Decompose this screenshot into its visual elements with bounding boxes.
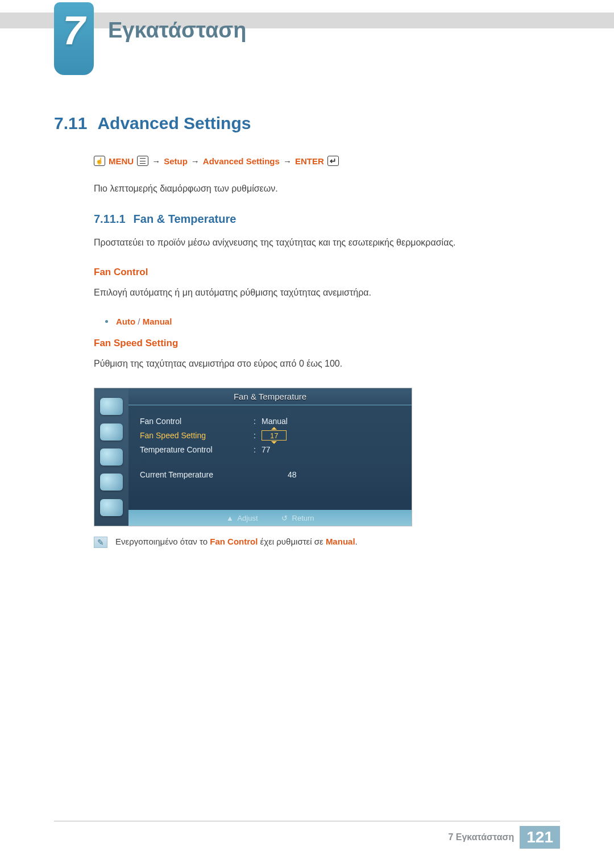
osd-label-fan-speed: Fan Speed Setting	[140, 431, 254, 440]
fan-control-desc: Επιλογή αυτόματης ή μη αυτόματης ρύθμιση…	[94, 286, 560, 300]
osd-side-icon-3	[100, 448, 123, 466]
note-pre: Ενεργοποιημένο όταν το	[115, 537, 210, 546]
option-sep: /	[138, 317, 140, 326]
osd-row-fan-control: Fan Control : Manual	[140, 414, 400, 428]
option-manual: Manual	[143, 317, 172, 326]
osd-side-icon-4	[100, 474, 123, 491]
return-icon: ↺	[281, 514, 289, 522]
nav-arrow-1: →	[152, 156, 160, 166]
fan-temp-desc: Προστατεύει το προϊόν μέσω ανίχνευσης τη…	[94, 236, 560, 250]
fan-speed-desc: Ρύθμιση της ταχύτητας ανεμιστήρα στο εύρ…	[94, 357, 560, 371]
content: 7.11Advanced Settings ☝ MENU → Setup → A…	[54, 114, 560, 548]
nav-menu: MENU	[109, 156, 134, 166]
osd-main: Fan & Temperature Fan Control : Manual F…	[128, 388, 412, 526]
section-title: Advanced Settings	[97, 114, 251, 132]
chapter-title: Εγκατάσταση	[108, 18, 247, 43]
fan-speed-heading: Fan Speed Setting	[94, 338, 560, 349]
osd-return-hint: ↺ Return	[281, 514, 314, 522]
chapter-number: 7	[63, 8, 85, 53]
osd-adjust-label: Adjust	[237, 514, 258, 522]
colon: :	[254, 417, 262, 426]
fan-control-options: Auto / Manual	[105, 317, 560, 326]
osd-value-temp-control: 77	[262, 445, 271, 454]
chapter-tab: 7	[54, 2, 94, 75]
nav-adv: Advanced Settings	[203, 156, 280, 166]
osd-sidebar	[94, 388, 128, 526]
osd-rows: Fan Control : Manual Fan Speed Setting :…	[128, 405, 412, 456]
footer-chapter-label: 7 Εγκατάσταση	[448, 832, 514, 842]
osd-label-current-temp: Current Temperature	[140, 470, 288, 479]
osd-label-fan-control: Fan Control	[140, 417, 254, 426]
fan-control-heading: Fan Control	[94, 267, 560, 278]
osd-side-icon-5	[100, 499, 123, 516]
note-manual: Manual	[326, 537, 355, 546]
option-auto: Auto	[116, 317, 135, 326]
osd-side-icon-2	[100, 423, 123, 441]
nav-enter: ENTER	[295, 156, 324, 166]
osd-value-fan-control: Manual	[262, 417, 288, 426]
osd-row-current-temp: Current Temperature 48	[128, 456, 412, 479]
enter-icon: ↵	[327, 156, 339, 166]
note-mid: έχει ρυθμιστεί σε	[258, 537, 325, 546]
osd-value-current-temp: 48	[288, 470, 297, 479]
menu-icon	[137, 156, 148, 166]
osd-footer: ▲ Adjust ↺ Return	[128, 510, 412, 526]
colon: :	[254, 431, 262, 440]
subsection-heading: 7.11.1Fan & Temperature	[94, 213, 560, 226]
colon: :	[254, 445, 262, 454]
note: ✎ Ενεργοποιημένο όταν το Fan Control έχε…	[94, 537, 560, 548]
osd-panel: Fan & Temperature Fan Control : Manual F…	[94, 388, 412, 526]
nav-arrow-3: →	[283, 156, 292, 166]
osd-side-icon-1	[100, 398, 123, 415]
osd-spinner-fan-speed[interactable]: 17	[262, 430, 287, 441]
updown-icon: ▲	[226, 514, 234, 522]
intro-text: Πιο λεπτομερής διαμόρφωση των ρυθμίσεων.	[94, 182, 560, 196]
note-icon: ✎	[94, 537, 107, 548]
osd-row-temp-control: Temperature Control : 77	[140, 443, 400, 456]
osd-return-label: Return	[292, 514, 314, 522]
page-number: 121	[520, 826, 560, 849]
osd-row-fan-speed[interactable]: Fan Speed Setting : 17	[140, 428, 400, 443]
nav-arrow-2: →	[191, 156, 200, 166]
hand-icon: ☝	[94, 156, 105, 166]
page-footer: 7 Εγκατάσταση 121	[54, 821, 560, 849]
subsection-number: 7.11.1	[94, 213, 126, 225]
menu-path: ☝ MENU → Setup → Advanced Settings → ENT…	[94, 156, 560, 166]
note-text: Ενεργοποιημένο όταν το Fan Control έχει …	[115, 537, 358, 546]
note-fan-control: Fan Control	[210, 537, 258, 546]
osd-title: Fan & Temperature	[128, 388, 412, 405]
subsection-title: Fan & Temperature	[134, 213, 237, 225]
nav-setup: Setup	[164, 156, 188, 166]
section-heading: 7.11Advanced Settings	[54, 114, 560, 133]
note-post: .	[355, 537, 358, 546]
osd-adjust-hint: ▲ Adjust	[226, 514, 258, 522]
osd-label-temp-control: Temperature Control	[140, 445, 254, 454]
bullet-icon	[105, 320, 108, 323]
section-number: 7.11	[54, 114, 87, 132]
